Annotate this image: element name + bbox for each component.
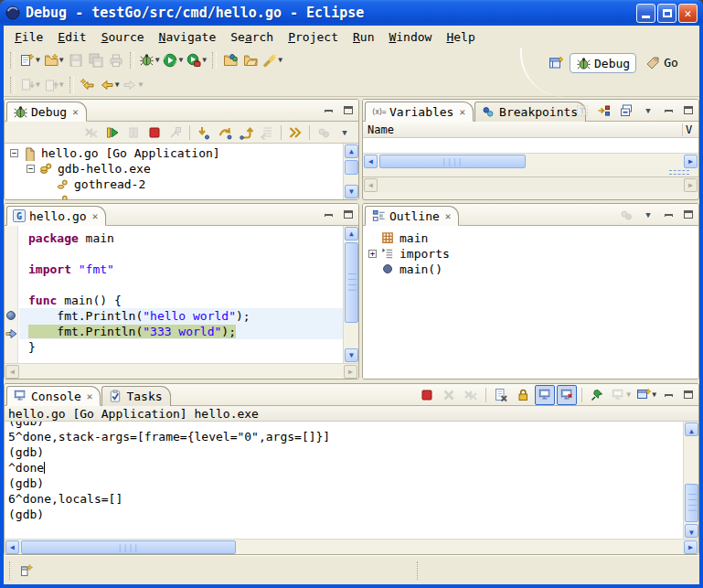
- step-return-button[interactable]: [236, 123, 256, 143]
- dropdown-arrow-icon[interactable]: ▼: [202, 56, 207, 64]
- dropdown-arrow-icon[interactable]: ▼: [652, 390, 656, 399]
- menu-edit[interactable]: Edit: [50, 28, 93, 46]
- new-wizard-button[interactable]: ▼: [18, 50, 42, 70]
- tree-item-gdb-hello.exe[interactable]: −gdb-hello.exe: [5, 161, 343, 176]
- minimize-view-button[interactable]: [320, 102, 337, 119]
- menu-file[interactable]: File: [7, 28, 50, 46]
- sash-handle[interactable]: [669, 170, 689, 175]
- code-line-3[interactable]: import "fmt": [19, 262, 343, 277]
- maximize-button[interactable]: [657, 4, 676, 23]
- tab-outline[interactable]: Outline ✕: [365, 206, 459, 226]
- maximize-view-button[interactable]: [679, 102, 697, 119]
- scroll-right-icon[interactable]: ▶: [684, 155, 698, 168]
- menu-help[interactable]: Help: [439, 28, 482, 46]
- code-editor[interactable]: package mainimport "fmt"func main() { fm…: [19, 226, 343, 363]
- clear-console-button[interactable]: [491, 385, 511, 405]
- back-button[interactable]: ▼: [98, 75, 122, 95]
- dropdown-arrow-icon[interactable]: ▼: [155, 56, 160, 64]
- debug-button[interactable]: ▼: [138, 50, 162, 70]
- scroll-left-icon[interactable]: ◀: [364, 155, 378, 168]
- close-tab-icon[interactable]: ✕: [92, 210, 99, 222]
- minimize-view-button[interactable]: [660, 386, 677, 403]
- view-menu-button[interactable]: ▼: [638, 205, 658, 225]
- tree-item-hello.go[interactable]: −hello.go [Go Application]: [5, 145, 343, 161]
- menu-source[interactable]: Source: [94, 28, 152, 46]
- pin-console-button[interactable]: [587, 385, 607, 405]
- scroll-down-icon[interactable]: ▼: [345, 348, 358, 362]
- dropdown-arrow-icon[interactable]: ▼: [278, 56, 282, 64]
- minimize-view-button[interactable]: [660, 206, 677, 223]
- scroll-down-icon[interactable]: ▼: [345, 185, 358, 198]
- dropdown-arrow-icon[interactable]: ▼: [59, 56, 64, 64]
- close-tab-icon[interactable]: ✕: [445, 210, 452, 222]
- collapse-icon[interactable]: −: [27, 165, 35, 173]
- console-h-scrollbar[interactable]: ◀ ▶ ||||: [5, 539, 698, 554]
- scroll-lock-button[interactable]: [513, 385, 533, 405]
- scroll-left-icon[interactable]: ◀: [5, 540, 19, 554]
- tree-item-gothread-2[interactable]: gothread-2: [5, 176, 343, 192]
- column-header-name[interactable]: Name: [363, 123, 682, 136]
- maximize-view-button[interactable]: [679, 206, 697, 223]
- maximize-view-button[interactable]: [679, 386, 697, 403]
- code-line-2[interactable]: [19, 246, 343, 262]
- menu-search[interactable]: Search: [223, 28, 281, 46]
- menu-navigate[interactable]: Navigate: [152, 28, 224, 46]
- maximize-view-button[interactable]: [339, 206, 357, 223]
- open-console-button[interactable]: ▼: [634, 385, 658, 405]
- use-step-filters-button[interactable]: [285, 123, 305, 143]
- dropdown-arrow-icon[interactable]: ▼: [115, 80, 120, 89]
- collapse-icon[interactable]: −: [10, 149, 18, 157]
- show-logical-structures-button[interactable]: [594, 101, 614, 121]
- minimize-view-button[interactable]: [320, 206, 337, 223]
- step-into-button[interactable]: [194, 123, 214, 143]
- tree-item[interactable]: [5, 192, 343, 199]
- terminate-button[interactable]: [144, 123, 165, 143]
- menu-window[interactable]: Window: [381, 28, 439, 46]
- minimize-view-button[interactable]: [660, 102, 677, 119]
- breakpoint-icon[interactable]: [6, 311, 16, 320]
- perspective-go[interactable]: Go: [640, 53, 684, 71]
- variables-tree[interactable]: [363, 138, 698, 153]
- tab-console[interactable]: Console✕: [6, 386, 101, 406]
- collapse-all-button[interactable]: [616, 101, 636, 121]
- scroll-up-icon[interactable]: ▲: [345, 144, 358, 158]
- code-line-1[interactable]: package main: [19, 230, 343, 246]
- menu-project[interactable]: Project: [281, 28, 346, 46]
- code-line-5[interactable]: func main() {: [19, 293, 343, 308]
- import-folder-button[interactable]: [220, 50, 240, 70]
- tab-variables[interactable]: (x)=Variables✕: [365, 102, 474, 122]
- tab-tasks[interactable]: Tasks: [101, 386, 170, 406]
- code-line-6[interactable]: fmt.Println("hello world");: [19, 308, 343, 324]
- tab-debug[interactable]: Debug ✕: [6, 102, 87, 122]
- scroll-right-icon[interactable]: ▶: [684, 540, 698, 554]
- close-tab-icon[interactable]: ✕: [87, 390, 93, 402]
- view-menu-button[interactable]: ▼: [638, 101, 658, 121]
- perspective-debug[interactable]: Debug: [570, 53, 636, 73]
- open-perspective-button[interactable]: [546, 53, 566, 73]
- scroll-down-icon[interactable]: ▼: [685, 524, 698, 538]
- editor-v-scrollbar[interactable]: ▲ |||| ▼: [343, 226, 358, 363]
- debug-tree-scrollbar[interactable]: ▲ ▼: [343, 144, 358, 199]
- annotation-ruler[interactable]: [5, 226, 18, 363]
- step-over-button[interactable]: [215, 123, 235, 143]
- tree-item-main[interactable]: main(): [363, 262, 698, 277]
- code-line-7[interactable]: fmt.Println("333 world");: [19, 324, 343, 339]
- scroll-up-icon[interactable]: ▲: [685, 422, 698, 436]
- show-stdout-button[interactable]: [535, 385, 555, 405]
- view-menu-button[interactable]: ▼: [335, 123, 355, 143]
- resume-button[interactable]: [102, 123, 122, 143]
- tree-item-main[interactable]: main: [363, 230, 698, 246]
- code-line-4[interactable]: [19, 277, 343, 293]
- close-tab-icon[interactable]: ✕: [459, 106, 465, 118]
- column-header-value[interactable]: V: [682, 123, 698, 136]
- variables-h-scrollbar[interactable]: ◀ ▶ ||||: [363, 153, 698, 168]
- close-button[interactable]: ✕: [678, 4, 698, 23]
- search-button[interactable]: ▼: [261, 50, 284, 70]
- scroll-up-icon[interactable]: ▲: [345, 227, 358, 241]
- title-bar[interactable]: Debug - testGo/src/cmd/hello.go - Eclips…: [0, 0, 703, 26]
- tab-breakpoints[interactable]: Breakpoints: [474, 102, 586, 122]
- new-folder-wizard-button[interactable]: ▼: [42, 50, 66, 70]
- dropdown-arrow-icon[interactable]: ▼: [36, 56, 40, 64]
- console-output[interactable]: (gdb)5^done,stack-args=[frame={level="0"…: [5, 422, 698, 539]
- fast-view-icon[interactable]: [18, 563, 33, 578]
